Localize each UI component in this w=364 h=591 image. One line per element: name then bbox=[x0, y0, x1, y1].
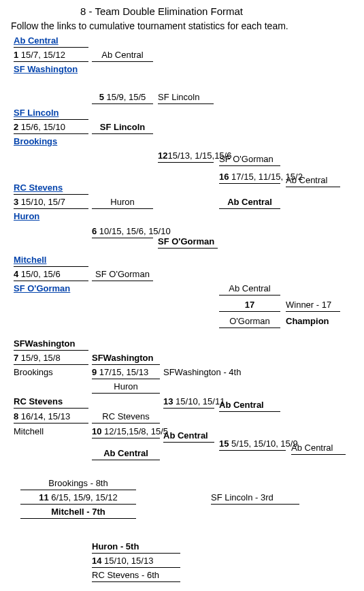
match-5-advance: SF Lincoln bbox=[158, 92, 214, 104]
match-12-score: 1215/13, 1/15,15/6 bbox=[158, 150, 214, 163]
match-3-score: 3 15/10, 15/7 bbox=[14, 197, 88, 209]
placement-5th: Huron - 5th bbox=[92, 541, 180, 554]
team-huron-link[interactable]: Huron bbox=[14, 211, 39, 221]
team-sf-washington-link[interactable]: SF Washington bbox=[14, 64, 78, 74]
match-2-score: 2 15/6, 15/10 bbox=[14, 122, 88, 134]
match-4-score: 4 15/0, 15/6 bbox=[14, 269, 88, 281]
match-15-advance: Ab Central bbox=[291, 443, 346, 455]
team-brookings-link[interactable]: Brookings bbox=[14, 136, 57, 146]
team-sf-ogorman-link[interactable]: SF O'Gorman bbox=[14, 283, 70, 293]
match-16-advance: Ab Central bbox=[286, 175, 340, 187]
match-15-score: 15 5/15, 15/10, 15/9 bbox=[219, 438, 286, 451]
match-12-advance: SF O'Gorman bbox=[219, 154, 280, 166]
match-6-advance: SF O'Gorman bbox=[158, 236, 218, 249]
match-13-score: 13 15/10, 15/11 bbox=[163, 396, 214, 409]
match-4-advance: SF O'Gorman bbox=[92, 269, 153, 281]
loser-8-top: RC Stevens bbox=[14, 396, 88, 409]
loser-7-top: SFWashington bbox=[14, 338, 88, 351]
match-1-score: 1 15/7, 15/12 bbox=[14, 50, 88, 62]
page-subtitle: Follow the links to cumulative tournamen… bbox=[11, 20, 288, 31]
match-14-score: 14 15/10, 15/13 bbox=[92, 556, 180, 568]
loser-7-bottom: Brookings bbox=[14, 367, 53, 377]
match-13-advance: Ab Central bbox=[219, 400, 280, 412]
team-ab-central-link[interactable]: Ab Central bbox=[14, 35, 88, 48]
match-1-advance: Ab Central bbox=[92, 50, 153, 62]
placement-6th: RC Stevens - 6th bbox=[92, 570, 180, 582]
champion-label: Champion bbox=[286, 316, 329, 326]
match-9-score: 9 17/15, 15/13 bbox=[92, 367, 160, 379]
match-6-score: 6 10/15, 15/6, 15/10 bbox=[92, 226, 153, 238]
match-10-score: 10 12/15,15/8, 15/5 bbox=[92, 426, 160, 438]
match-2-advance: SF Lincoln bbox=[92, 122, 153, 134]
match-8-advance: RC Stevens bbox=[92, 411, 160, 424]
match-11-score: 11 6/15, 15/9, 15/12 bbox=[20, 492, 136, 505]
match-3-advance: Huron bbox=[92, 197, 153, 209]
winner-label: Winner - 17 bbox=[286, 300, 340, 312]
match-16-bottom-team: Ab Central bbox=[219, 197, 280, 209]
match-9-mid: Huron bbox=[92, 381, 160, 394]
placement-8th: Brookings - 8th bbox=[20, 478, 136, 490]
match-5-score: 5 15/9, 15/5 bbox=[92, 92, 153, 104]
page-title: 8 - Team Double Elimination Format bbox=[80, 5, 243, 17]
match-16-score: 16 17/15, 11/15, 15/2 bbox=[219, 172, 280, 184]
final-top-team: Ab Central bbox=[219, 283, 280, 296]
loser-8-bottom: Mitchell bbox=[14, 426, 44, 436]
team-rc-stevens-link[interactable]: RC Stevens bbox=[14, 182, 88, 195]
match-8-score: 8 16/14, 15/13 bbox=[14, 411, 88, 424]
team-mitchell-link[interactable]: Mitchell bbox=[14, 255, 88, 267]
match-7-advance: SFWashington bbox=[92, 353, 160, 365]
final-match-num: 17 bbox=[219, 300, 280, 312]
match-7-score: 7 15/9, 15/8 bbox=[14, 353, 88, 365]
placement-3rd: SF Lincoln - 3rd bbox=[211, 492, 299, 505]
match-10-mid: Ab Central bbox=[92, 448, 160, 460]
team-sf-lincoln-link[interactable]: SF Lincoln bbox=[14, 108, 88, 120]
final-bottom-team: O'Gorman bbox=[219, 316, 280, 328]
match-10-advance: Ab Central bbox=[163, 430, 214, 443]
match-9-advance: SFWashington - 4th bbox=[163, 367, 241, 377]
placement-7th: Mitchell - 7th bbox=[20, 507, 136, 519]
